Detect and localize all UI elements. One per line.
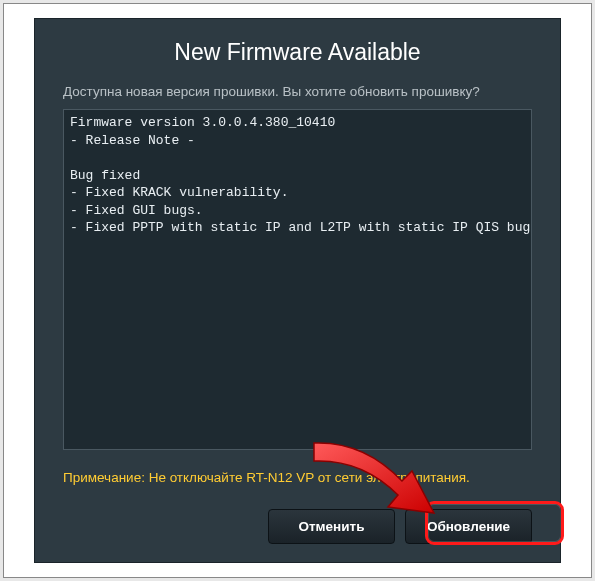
power-warning-note: Примечание: Не отключайте RT-N12 VP от с… (63, 470, 532, 485)
screenshot-frame: New Firmware Available Доступна новая ве… (3, 3, 592, 578)
dialog-subtitle: Доступна новая версия прошивки. Вы хотит… (63, 84, 532, 99)
firmware-dialog: New Firmware Available Доступна новая ве… (34, 18, 561, 563)
cancel-button[interactable]: Отменить (268, 509, 395, 544)
update-button[interactable]: Обновление (405, 509, 532, 544)
dialog-title: New Firmware Available (63, 39, 532, 66)
button-row: Отменить Обновление (63, 509, 532, 544)
release-notes-textarea[interactable] (63, 109, 532, 450)
